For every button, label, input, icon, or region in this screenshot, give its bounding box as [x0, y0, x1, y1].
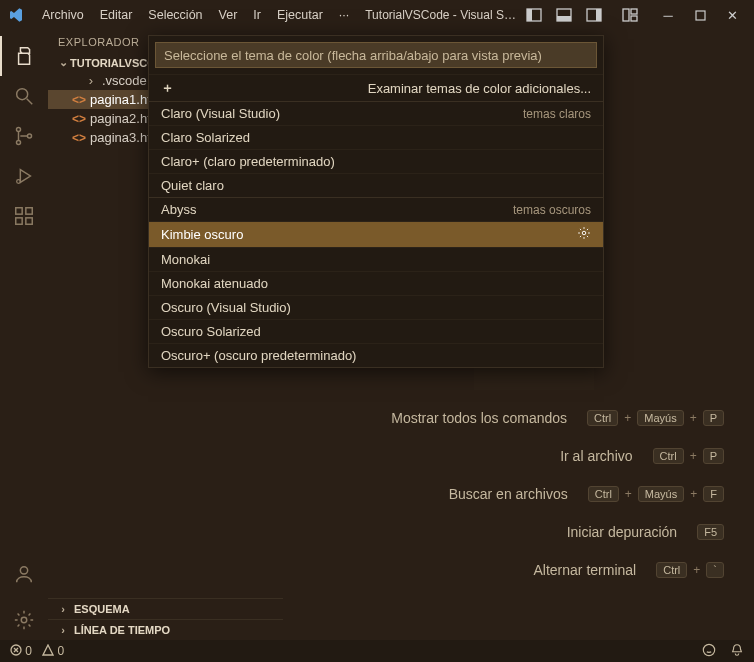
settings-icon[interactable] [0, 600, 48, 640]
errors-count: 0 [25, 644, 32, 658]
svg-rect-7 [631, 9, 637, 14]
svg-marker-15 [20, 170, 30, 183]
file-label: pagina3.ht [90, 130, 151, 145]
theme-option[interactable]: Oscuro+ (oscuro predeterminado) [149, 343, 603, 367]
feedback-icon[interactable] [702, 643, 716, 660]
file-label: pagina2.ht [90, 111, 151, 126]
extensions-icon[interactable] [0, 196, 48, 236]
notifications-icon[interactable] [730, 643, 744, 660]
theme-search-input[interactable] [155, 42, 597, 68]
vscode-logo-icon [8, 7, 24, 23]
browse-themes-row[interactable]: ＋Examinar temas de color adicionales... [149, 74, 603, 101]
theme-label: Oscuro (Visual Studio) [161, 300, 291, 315]
svg-point-10 [17, 89, 28, 100]
html-file-icon: <> [72, 93, 86, 107]
key: F5 [697, 524, 724, 540]
section-label: ESQUEMA [74, 603, 130, 615]
key: ` [706, 562, 724, 578]
theme-option[interactable]: Monokai [149, 247, 603, 271]
svg-point-25 [703, 644, 714, 655]
welcome-row: Buscar en archivosCtrl+Mayús+F [391, 486, 724, 502]
key: Ctrl [653, 448, 684, 464]
menu-ver[interactable]: Ver [211, 4, 246, 26]
theme-option[interactable]: Claro (Visual Studio)temas claros [149, 101, 603, 125]
workspace-root-label: TUTORIALVSCO [70, 57, 156, 69]
key: Ctrl [587, 410, 618, 426]
keybinding: Ctrl+P [653, 448, 724, 464]
svg-line-11 [27, 99, 33, 105]
key: Ctrl [656, 562, 687, 578]
warnings-status[interactable]: 0 [42, 644, 64, 658]
theme-group-label: temas oscuros [513, 203, 591, 217]
window-title: TutorialVSCode - Visual S… [365, 8, 516, 22]
key: Mayús [637, 410, 683, 426]
theme-label: Kimbie oscuro [161, 227, 243, 242]
theme-label: Oscuro Solarized [161, 324, 261, 339]
file-label: pagina1.ht [90, 92, 151, 107]
svg-point-21 [20, 567, 27, 574]
source-control-icon[interactable] [0, 116, 48, 156]
theme-option[interactable]: Quiet claro [149, 173, 603, 197]
gear-icon[interactable] [577, 226, 591, 243]
chevron-right-icon: › [56, 624, 70, 636]
menu-ir[interactable]: Ir [245, 4, 269, 26]
svg-rect-3 [557, 16, 571, 21]
menu-editar[interactable]: Editar [92, 4, 141, 26]
svg-point-16 [17, 180, 21, 184]
svg-rect-19 [26, 218, 32, 224]
svg-rect-9 [696, 11, 705, 20]
warnings-count: 0 [57, 644, 64, 658]
svg-rect-6 [623, 9, 629, 21]
html-file-icon: <> [72, 131, 86, 145]
theme-option[interactable]: Abysstemas oscuros [149, 197, 603, 221]
keybinding: Ctrl+Mayús+P [587, 410, 724, 426]
welcome-row: Alternar terminalCtrl+` [391, 562, 724, 578]
plus-separator: + [690, 487, 697, 501]
chevron-right-icon: › [56, 603, 70, 615]
minimize-button[interactable]: ─ [654, 1, 682, 29]
search-icon[interactable] [0, 76, 48, 116]
toggle-panel-icon[interactable] [550, 1, 578, 29]
toggle-secondary-sidebar-icon[interactable] [580, 1, 608, 29]
plus-icon: ＋ [161, 79, 174, 97]
theme-option[interactable]: Kimbie oscuro [149, 221, 603, 247]
close-button[interactable]: ✕ [718, 1, 746, 29]
theme-option[interactable]: Claro Solarized [149, 125, 603, 149]
accounts-icon[interactable] [0, 554, 48, 594]
theme-label: Quiet claro [161, 178, 224, 193]
menu-seleccion[interactable]: Selección [140, 4, 210, 26]
svg-rect-18 [16, 218, 22, 224]
menu-bar: Archivo Editar Selección Ver Ir Ejecutar… [34, 4, 357, 26]
menu-overflow-icon[interactable]: ··· [331, 4, 357, 26]
svg-rect-1 [527, 9, 532, 21]
welcome-label: Mostrar todos los comandos [391, 410, 567, 426]
maximize-button[interactable] [686, 1, 714, 29]
welcome-label: Alternar terminal [534, 562, 637, 578]
errors-status[interactable]: 0 [10, 644, 32, 658]
run-debug-icon[interactable] [0, 156, 48, 196]
customize-layout-icon[interactable] [616, 1, 644, 29]
svg-point-14 [27, 134, 31, 138]
welcome-row: Ir al archivoCtrl+P [391, 448, 724, 464]
activity-bar [0, 30, 48, 640]
theme-option[interactable]: Claro+ (claro predeterminado) [149, 149, 603, 173]
theme-label: Claro (Visual Studio) [161, 106, 280, 121]
plus-separator: + [693, 563, 700, 577]
menu-archivo[interactable]: Archivo [34, 4, 92, 26]
theme-option[interactable]: Oscuro (Visual Studio) [149, 295, 603, 319]
outline-section[interactable]: › ESQUEMA [48, 598, 283, 619]
svg-point-13 [16, 140, 20, 144]
keybinding: Ctrl+` [656, 562, 724, 578]
timeline-section[interactable]: › LÍNEA DE TIEMPO [48, 619, 283, 640]
toggle-primary-sidebar-icon[interactable] [520, 1, 548, 29]
theme-label: Claro+ (claro predeterminado) [161, 154, 335, 169]
status-bar: 0 0 [0, 640, 754, 662]
theme-option[interactable]: Oscuro Solarized [149, 319, 603, 343]
section-label: LÍNEA DE TIEMPO [74, 624, 170, 636]
plus-separator: + [690, 411, 697, 425]
menu-ejecutar[interactable]: Ejecutar [269, 4, 331, 26]
svg-rect-17 [16, 208, 22, 214]
welcome-label: Buscar en archivos [449, 486, 568, 502]
theme-option[interactable]: Monokai atenuado [149, 271, 603, 295]
explorer-icon[interactable] [0, 36, 48, 76]
